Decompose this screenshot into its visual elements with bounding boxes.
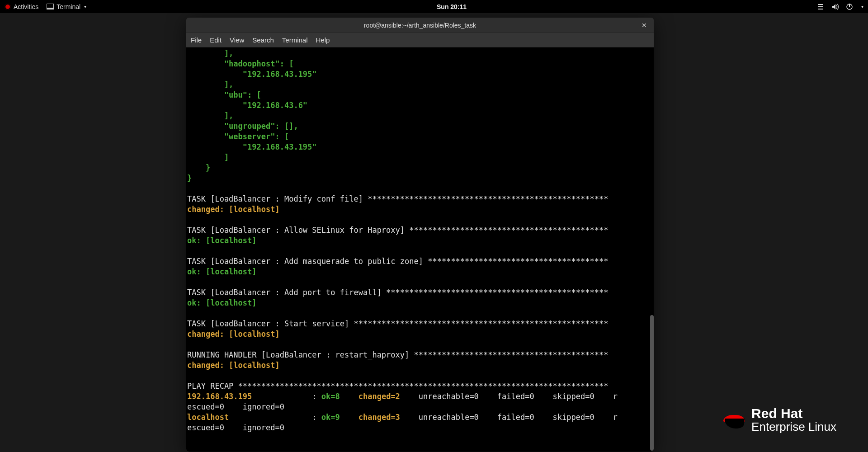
chevron-down-icon: ▾ — [84, 4, 86, 9]
brand-line1: Red Hat — [751, 406, 836, 421]
menu-view[interactable]: View — [230, 36, 244, 44]
activities-label: Activities — [14, 3, 38, 10]
window-titlebar[interactable]: root@ansible:~/arth_ansible/Roles_task ✕ — [186, 18, 654, 33]
network-icon — [817, 3, 824, 10]
volume-icon — [831, 3, 839, 10]
gnome-topbar: Activities Terminal ▾ Sun 20:11 ▾ — [0, 0, 868, 13]
close-button[interactable]: ✕ — [640, 21, 648, 29]
svg-rect-1 — [849, 4, 850, 7]
terminal-window: root@ansible:~/arth_ansible/Roles_task ✕… — [186, 18, 654, 452]
menu-file[interactable]: File — [191, 36, 202, 44]
app-menu-button[interactable]: Terminal ▾ — [47, 3, 86, 10]
desktop: root@ansible:~/arth_ansible/Roles_task ✕… — [0, 13, 868, 452]
terminal-app-icon — [47, 4, 54, 9]
clock[interactable]: Sun 20:11 — [437, 3, 467, 10]
redhat-logo-icon — [5, 4, 11, 10]
window-title: root@ansible:~/arth_ansible/Roles_task — [364, 22, 476, 29]
menu-terminal[interactable]: Terminal — [282, 36, 308, 44]
brand-line2: Enterprise Linux — [751, 421, 836, 433]
menu-edit[interactable]: Edit — [210, 36, 222, 44]
scrollbar-thumb[interactable] — [650, 315, 654, 451]
activities-button[interactable]: Activities — [5, 3, 38, 10]
menu-help[interactable]: Help — [316, 36, 330, 44]
redhat-hat-icon — [723, 410, 745, 429]
menu-search[interactable]: Search — [252, 36, 274, 44]
app-menu-label: Terminal — [57, 3, 80, 10]
terminal-menubar: File Edit View Search Terminal Help — [186, 33, 654, 47]
chevron-down-icon: ▾ — [861, 4, 863, 9]
power-icon — [846, 3, 853, 10]
system-status-area[interactable]: ▾ — [817, 3, 863, 10]
desktop-brand-logo: Red Hat Enterprise Linux — [723, 406, 836, 433]
terminal-content[interactable]: ], "hadoophost": [ "192.168.43.195" ], "… — [186, 47, 654, 452]
